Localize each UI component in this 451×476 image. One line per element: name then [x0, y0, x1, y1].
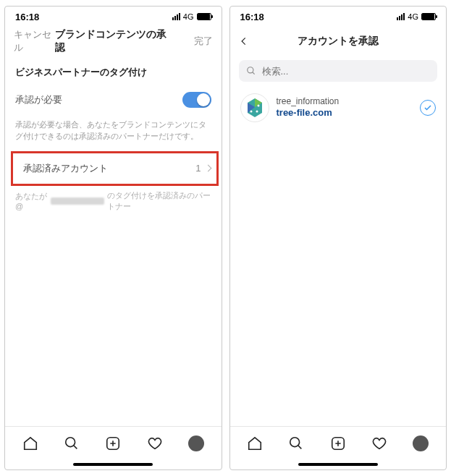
- search-wrap: [230, 56, 447, 86]
- chevron-right-icon: [204, 165, 211, 172]
- heart-icon: [147, 435, 163, 451]
- tab-bar: [230, 426, 447, 459]
- search-tab[interactable]: [288, 435, 304, 451]
- nav-bar: アカウントを承認: [230, 27, 447, 56]
- home-icon: [247, 435, 263, 451]
- battery-icon: [197, 13, 211, 20]
- svg-point-2: [247, 67, 253, 73]
- search-field[interactable]: [239, 60, 438, 82]
- plus-square-icon: [105, 435, 121, 451]
- profile-tab[interactable]: [413, 435, 429, 451]
- status-right: 4G: [172, 12, 211, 21]
- status-time: 16:18: [240, 12, 264, 22]
- toggle-footnote: 承認が必要な場合、あなたをブランドコンテンツにタグ付けできるのは承認済みのパート…: [5, 115, 222, 151]
- approved-accounts-cell[interactable]: 承認済みアカウント 1: [11, 151, 219, 186]
- home-tab[interactable]: [22, 435, 38, 451]
- svg-point-5: [250, 111, 252, 113]
- status-bar: 16:18 4G: [5, 7, 222, 27]
- profile-icon: [413, 435, 429, 451]
- profile-icon: [188, 435, 204, 451]
- home-indicator: [5, 459, 222, 469]
- toggle-label: 承認が必要: [15, 93, 62, 106]
- search-icon: [246, 66, 256, 76]
- content: ビジネスパートナーのタグ付け 承認が必要 承認が必要な場合、あなたをブランドコン…: [5, 56, 222, 426]
- account-username: tree_information: [277, 96, 413, 107]
- account-display-name: tree-file.com: [277, 107, 413, 119]
- network-label: 4G: [183, 12, 194, 21]
- account-info: tree_information tree-file.com: [277, 96, 413, 119]
- activity-tab[interactable]: [147, 435, 163, 451]
- tab-bar: [5, 426, 222, 459]
- home-icon: [22, 435, 38, 451]
- status-right: 4G: [397, 12, 436, 21]
- create-tab[interactable]: [330, 435, 346, 451]
- page-title: アカウントを承認: [298, 35, 379, 48]
- partner-footnote: あなたが@ のタグ付けを承認済みのパートナー: [5, 186, 222, 216]
- nav-bar: キャンセル ブランドコンテンツの承認 完了: [5, 27, 222, 56]
- heart-icon: [371, 435, 387, 451]
- activity-tab[interactable]: [371, 435, 387, 451]
- avatar: [240, 93, 269, 122]
- home-indicator: [230, 459, 447, 469]
- approve-check[interactable]: [420, 100, 436, 116]
- toggle-row[interactable]: 承認が必要: [5, 85, 222, 115]
- avatar-graphic: [243, 95, 267, 120]
- done-button[interactable]: 完了: [171, 35, 212, 48]
- content: tree_information tree-file.com: [230, 56, 447, 426]
- status-time: 16:18: [15, 12, 39, 22]
- create-tab[interactable]: [105, 435, 121, 451]
- svg-point-6: [256, 111, 258, 113]
- signal-icon: [172, 13, 180, 20]
- search-icon: [288, 435, 304, 451]
- search-icon: [64, 435, 80, 451]
- cancel-button[interactable]: キャンセル: [14, 28, 55, 54]
- network-label: 4G: [408, 12, 418, 21]
- page-title: ブランドコンテンツの承認: [55, 28, 171, 54]
- plus-square-icon: [330, 435, 346, 451]
- signal-icon: [397, 13, 405, 20]
- blurred-username: [51, 197, 104, 205]
- toggle-switch[interactable]: [182, 92, 211, 108]
- battery-icon: [421, 13, 436, 20]
- phone-right: 16:18 4G アカウントを承認: [229, 6, 447, 470]
- approved-accounts-label: 承認済みアカウント: [23, 162, 108, 175]
- check-icon: [423, 103, 432, 112]
- partner-suffix: のタグ付けを承認済みのパートナー: [107, 190, 211, 212]
- partner-prefix: あなたが@: [15, 191, 48, 211]
- svg-point-4: [257, 105, 259, 107]
- svg-point-0: [66, 437, 75, 446]
- status-bar: 16:18 4G: [230, 7, 447, 27]
- svg-point-7: [290, 437, 300, 446]
- approved-accounts-count: 1: [195, 163, 201, 174]
- section-header: ビジネスパートナーのタグ付け: [5, 56, 222, 85]
- search-input[interactable]: [262, 66, 431, 77]
- chevron-left-icon: [239, 36, 249, 46]
- account-row[interactable]: tree_information tree-file.com: [230, 86, 447, 129]
- home-tab[interactable]: [247, 435, 263, 451]
- phone-left: 16:18 4G キャンセル ブランドコンテンツの承認 完了 ビジネスパートナー…: [4, 6, 222, 470]
- profile-tab[interactable]: [188, 435, 204, 451]
- search-tab[interactable]: [64, 435, 80, 451]
- back-button[interactable]: [239, 36, 282, 46]
